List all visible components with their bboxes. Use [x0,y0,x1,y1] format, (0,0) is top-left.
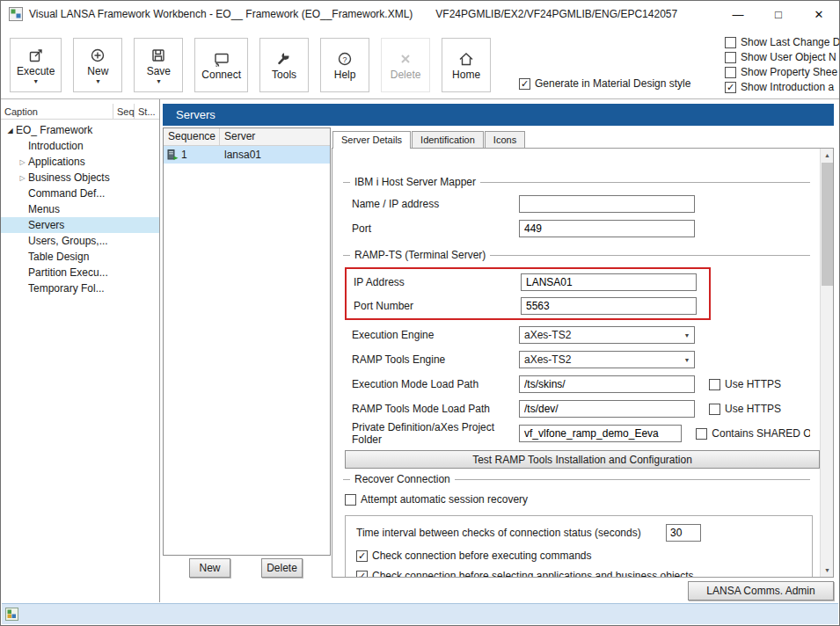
ramp-https-checkbox[interactable]: Use HTTPS [709,403,781,415]
scroll-down-icon[interactable]: ▼ [821,564,834,577]
server-sequence: 1 [181,149,187,161]
execute-label: Execute [17,66,55,77]
execution-https-checkbox[interactable]: Use HTTPS [709,378,781,390]
ramp-https-label: Use HTTPS [725,403,781,415]
details-scrollbar[interactable]: ▲ ▼ [820,149,833,577]
show-user-object-checkbox[interactable]: Show User Object N [725,51,840,63]
execution-engine-label: Execution Engine [352,329,519,341]
navigation-panel: Caption Seq St... ◢ EO_ Framework Introd… [1,99,160,602]
ramp-tools-path-input[interactable] [519,400,695,418]
show-property-sheet-checkbox[interactable]: Show Property Shee [725,66,840,78]
check-before-selecting-checkbox[interactable]: ✓ Check connection before selecting appl… [356,570,694,578]
contains-shared-label: Contains SHARED Obj [712,427,810,440]
tree-item-table-design[interactable]: Table Design [1,249,159,265]
column-seq[interactable]: Seq [113,104,135,119]
tree-item-label: Servers [28,219,64,231]
chevron-down-icon: ▼ [33,78,39,85]
tree-item-applications[interactable]: ▷ Applications [1,154,159,170]
expander-collapsed-icon[interactable]: ▷ [17,174,28,182]
host-port-input[interactable] [519,220,695,237]
save-button[interactable]: Save ▼ [134,38,183,92]
ramp-ts-title: RAMP-TS (Terminal Server) [350,249,490,261]
server-name: lansa01 [220,149,330,161]
connect-icon [213,50,230,68]
server-list-row[interactable]: 1 lansa01 [164,146,330,164]
interval-input[interactable] [666,524,701,542]
tree-item-command-definitions[interactable]: Command Def... [1,186,159,201]
ramp-ts-group: RAMP-TS (Terminal Server) IP Address Por… [343,255,810,469]
column-sequence[interactable]: Sequence [164,128,220,145]
home-button[interactable]: Home [442,38,491,92]
framework-tree: ◢ EO_ Framework Introduction ▷ Applicati… [1,122,159,296]
connect-label: Connect [201,69,241,81]
tree-item-label: EO_ Framework [16,124,92,136]
servers-section-header: Servers [163,104,834,126]
delete-button[interactable]: Delete [381,38,430,92]
home-label: Home [452,69,480,81]
column-st[interactable]: St... [135,104,159,119]
app-window: Visual LANSA Framework Workbench - EO__ … [0,0,840,626]
new-icon [89,47,106,64]
connect-button[interactable]: Connect [194,38,248,92]
check-before-commands-checkbox[interactable]: ✓ Check connection before executing comm… [356,550,591,562]
tree-item-introduction[interactable]: Introduction [1,138,159,154]
new-label: New [87,66,108,77]
interval-label: Time interval between checks of connecti… [356,527,666,539]
tree-item-business-objects[interactable]: ▷ Business Objects [1,170,159,186]
show-last-change-checkbox[interactable]: Show Last Change D [725,36,840,48]
new-server-button[interactable]: New [189,558,230,578]
status-bar [2,603,838,624]
tree-item-label: Command Def... [28,187,105,200]
tree-item-partition-execution[interactable]: Partition Execu... [1,265,159,280]
tools-button[interactable]: Tools [259,38,309,92]
save-label: Save [147,66,171,77]
close-button[interactable]: ✕ [799,1,839,27]
scroll-up-icon[interactable]: ▲ [821,149,834,162]
new-button[interactable]: New ▼ [73,38,122,92]
checkbox-check-icon: ✓ [356,550,368,562]
expander-collapsed-icon[interactable]: ▷ [17,158,28,166]
port-number-input[interactable] [521,297,697,315]
minimize-button[interactable]: — [718,1,758,27]
lansa-comms-admin-button[interactable]: LANSA Comms. Admin [688,581,834,601]
tab-identification[interactable]: Identification [412,131,484,148]
toolbar-buttons: Execute ▼ New ▼ Save ▼ [10,38,491,92]
window-title: Visual LANSA Framework Workbench - EO__ … [29,8,413,20]
column-caption[interactable]: Caption [1,104,113,119]
checkbox-box [725,37,736,48]
execution-engine-select[interactable]: aXes-TS2 ▼ [519,326,695,344]
ramp-tools-path-label: RAMP Tools Mode Load Path [352,403,519,415]
expander-expanded-icon[interactable]: ◢ [4,127,16,135]
delete-label: Delete [391,69,421,81]
project-folder-input[interactable] [519,425,682,442]
execute-button[interactable]: Execute ▼ [10,38,62,92]
tree-item-eo-framework[interactable]: ◢ EO_ Framework [1,122,159,138]
help-button[interactable]: ? Help [320,38,369,92]
contains-shared-checkbox[interactable]: Contains SHARED Obj [696,427,810,440]
show-property-sheet-label: Show Property Shee [741,66,837,78]
tree-item-users-groups[interactable]: Users, Groups,... [1,233,159,249]
project-folder-label: Private Definition/aXes Project Folder [352,421,519,446]
scrollbar-thumb[interactable] [822,163,833,286]
tree-item-servers[interactable]: Servers [1,217,159,233]
window-title-path: VF24PGMLIB/EX2/VF24PGMLIB/ENG/EPC142057 [435,8,677,20]
tree-item-label: Partition Execu... [28,266,108,279]
tab-server-details[interactable]: Server Details [332,131,411,149]
tab-icons[interactable]: Icons [485,131,525,148]
test-ramp-tools-button[interactable]: Test RAMP Tools Installation and Configu… [345,450,820,469]
attempt-recovery-checkbox[interactable]: Attempt automatic session recovery [345,493,528,506]
check-before-selecting-label: Check connection before selecting applic… [372,570,694,578]
execution-mode-path-input[interactable] [519,375,695,393]
maximize-button[interactable]: □ [758,1,799,27]
delete-server-button[interactable]: Delete [261,558,303,578]
generate-material-checkbox[interactable]: ✓ Generate in Material Design style [519,77,690,90]
ip-address-input[interactable] [521,273,697,291]
column-server[interactable]: Server [220,128,330,145]
tree-item-temporary-folder[interactable]: Temporary Fol... [1,280,159,296]
delete-icon [397,50,414,68]
ramp-tools-engine-select[interactable]: aXes-TS2 ▼ [519,351,695,368]
show-introduction-checkbox[interactable]: ✓ Show Introduction a [725,81,840,93]
name-ip-input[interactable] [519,195,695,213]
generate-material-label: Generate in Material Design style [535,77,690,90]
tree-item-menus[interactable]: Menus [1,201,159,217]
